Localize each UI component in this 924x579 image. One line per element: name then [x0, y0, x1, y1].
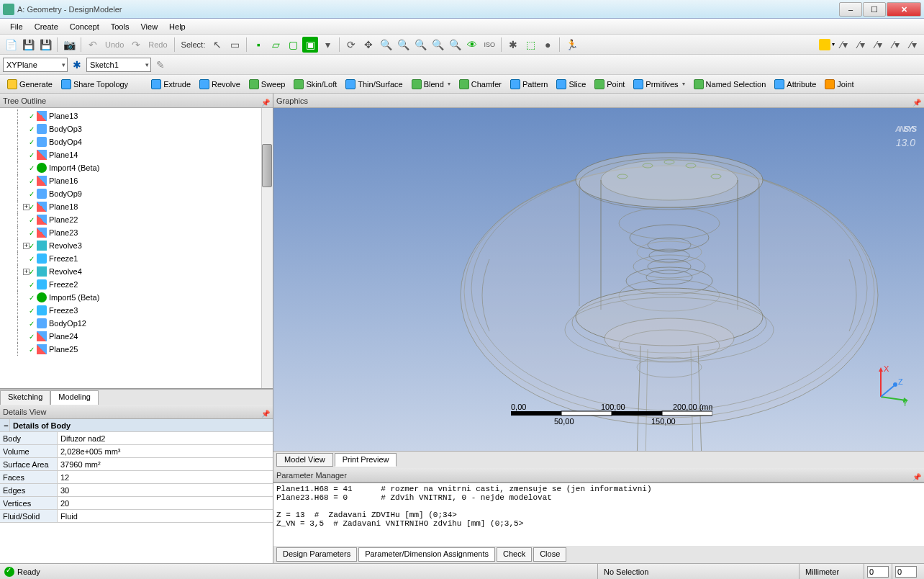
- maximize-button[interactable]: [863, 2, 886, 17]
- scrollbar-thumb[interactable]: [262, 144, 272, 187]
- menu-file[interactable]: File: [4, 21, 29, 32]
- tab-design-params[interactable]: Design Parameters: [276, 547, 357, 562]
- sketch-combo[interactable]: Sketch1: [86, 58, 151, 72]
- tree-scrollbar[interactable]: [261, 108, 273, 388]
- expand-icon[interactable]: +: [23, 243, 30, 249]
- line1-icon[interactable]: ⁄▾: [836, 37, 852, 53]
- tree-item[interactable]: ✓Freeze1: [0, 252, 273, 265]
- tree-item[interactable]: ✓BodyOp4: [0, 135, 273, 148]
- tree-item[interactable]: ✓BodyOp9: [0, 187, 273, 200]
- undo-icon[interactable]: ↶: [85, 37, 101, 53]
- tree-item[interactable]: ✓Plane16: [0, 174, 273, 187]
- tree-item[interactable]: ✓Plane14: [0, 148, 273, 161]
- plane-combo[interactable]: XYPlane: [3, 58, 68, 72]
- expand-icon[interactable]: +: [23, 269, 30, 275]
- blend-button[interactable]: Blend: [407, 78, 455, 91]
- named-selection-button[interactable]: Named Selection: [689, 78, 771, 91]
- chamfer-button[interactable]: Chamfer: [455, 78, 506, 91]
- thin-surface-button[interactable]: Thin/Surface: [341, 78, 407, 91]
- expand-icon[interactable]: +: [23, 204, 30, 210]
- redo-label[interactable]: Redo: [145, 40, 170, 49]
- zoom-in-icon[interactable]: 🔍: [378, 37, 394, 53]
- details-row[interactable]: Surface Area37960 mm²: [0, 458, 273, 471]
- tree-item[interactable]: ✓Plane25: [0, 343, 273, 356]
- tree-item[interactable]: ✓Freeze3: [0, 304, 273, 317]
- tab-check[interactable]: Check: [497, 547, 532, 562]
- details-row[interactable]: Edges30: [0, 484, 273, 497]
- select-box-icon[interactable]: ▭: [227, 37, 243, 53]
- tree-item[interactable]: ✓BodyOp12: [0, 317, 273, 330]
- line4-icon[interactable]: ⁄▾: [888, 37, 904, 53]
- filter-extend-icon[interactable]: ▾: [320, 37, 335, 53]
- close-button[interactable]: [887, 2, 921, 17]
- camera-icon[interactable]: 📷: [61, 37, 77, 53]
- saveall-icon[interactable]: 💾: [37, 37, 53, 53]
- collapse-icon[interactable]: −: [0, 419, 10, 431]
- new-sketch-icon[interactable]: ✎: [153, 57, 168, 73]
- pattern-button[interactable]: Pattern: [506, 78, 552, 91]
- generate-button[interactable]: Generate: [3, 78, 57, 91]
- menu-create[interactable]: Create: [29, 21, 64, 32]
- tree-item[interactable]: +✓Revolve4: [0, 265, 273, 278]
- parameter-text[interactable]: Plane11.H68 = 41 # rozmer na vnitrni cas…: [273, 483, 924, 546]
- undo-label[interactable]: Undo: [102, 40, 127, 49]
- zoom-box-icon[interactable]: 🔍: [430, 37, 445, 53]
- tree-outline[interactable]: ✓Plane13✓BodyOp3✓BodyOp4✓Plane14✓Import4…: [0, 108, 273, 389]
- details-row[interactable]: Fluid/SolidFluid: [0, 510, 273, 523]
- details-row[interactable]: Faces12: [0, 471, 273, 484]
- minimize-button[interactable]: [839, 2, 862, 17]
- save-icon[interactable]: 💾: [20, 37, 36, 53]
- menu-concept[interactable]: Concept: [64, 21, 105, 32]
- pan-icon[interactable]: ✥: [361, 37, 376, 53]
- tab-close[interactable]: Close: [533, 547, 566, 562]
- status-input-1[interactable]: [867, 566, 889, 578]
- view-triad[interactable]: X Y Z: [866, 364, 910, 408]
- tree-item[interactable]: ✓Plane24: [0, 330, 273, 343]
- menu-view[interactable]: View: [135, 21, 163, 32]
- iso-icon[interactable]: ISO: [481, 37, 497, 53]
- tree-item[interactable]: ✓Freeze2: [0, 278, 273, 291]
- select-cursor-icon[interactable]: ↖: [209, 37, 225, 53]
- status-input-2[interactable]: [895, 566, 917, 578]
- revolve-button[interactable]: Revolve: [195, 78, 245, 91]
- line3-icon[interactable]: ⁄▾: [871, 37, 887, 53]
- filter-body-icon[interactable]: ▣: [302, 37, 318, 53]
- point-button[interactable]: Point: [590, 78, 629, 91]
- tree-item[interactable]: ✓Import4 (Beta): [0, 161, 273, 174]
- tab-model-view[interactable]: Model View: [276, 453, 333, 467]
- filter-edge-icon[interactable]: ▱: [268, 37, 284, 53]
- tree-item[interactable]: ✓BodyOp3: [0, 122, 273, 135]
- menu-tools[interactable]: Tools: [105, 21, 135, 32]
- tab-modeling[interactable]: Modeling: [50, 390, 99, 405]
- menu-help[interactable]: Help: [163, 21, 191, 32]
- extrude-button[interactable]: Extrude: [147, 78, 195, 91]
- tree-item[interactable]: +✓Plane18: [0, 200, 273, 213]
- tree-item[interactable]: ✓Plane23: [0, 226, 273, 239]
- filter-point-icon[interactable]: ▪: [250, 37, 266, 53]
- new-plane-icon[interactable]: ✱: [69, 57, 85, 73]
- slice-button[interactable]: Slice: [552, 78, 590, 91]
- pin-icon[interactable]: 📌: [261, 407, 270, 421]
- tree-item[interactable]: ✓Import5 (Beta): [0, 291, 273, 304]
- share-topology-button[interactable]: Share Topology: [57, 78, 132, 91]
- line5-icon[interactable]: ⁄▾: [905, 37, 921, 53]
- color-yellow-icon[interactable]: [819, 39, 830, 50]
- tree-item[interactable]: +✓Revolve3: [0, 239, 273, 252]
- new-icon[interactable]: 📄: [3, 37, 19, 53]
- run-icon[interactable]: 🏃: [563, 37, 579, 53]
- details-row[interactable]: BodyDifuzor nad2: [0, 432, 273, 445]
- tab-param-dim[interactable]: Parameter/Dimension Assignments: [358, 547, 495, 562]
- sweep-button[interactable]: Sweep: [245, 78, 290, 91]
- redo-icon[interactable]: ↷: [128, 37, 144, 53]
- rotate-icon[interactable]: ⟳: [343, 37, 359, 53]
- filter-face-icon[interactable]: ▢: [285, 37, 301, 53]
- details-row[interactable]: Volume2,028e+005 mm³: [0, 445, 273, 458]
- joint-button[interactable]: Joint: [820, 78, 858, 91]
- tree-item[interactable]: ✓Plane22: [0, 213, 273, 226]
- tab-sketching[interactable]: Sketching: [0, 390, 50, 405]
- status-unit[interactable]: Millimeter: [799, 564, 864, 579]
- line2-icon[interactable]: ⁄▾: [853, 37, 869, 53]
- tab-print-preview[interactable]: Print Preview: [335, 453, 397, 467]
- skin-loft-button[interactable]: Skin/Loft: [289, 78, 341, 91]
- attribute-button[interactable]: Attribute: [770, 78, 820, 91]
